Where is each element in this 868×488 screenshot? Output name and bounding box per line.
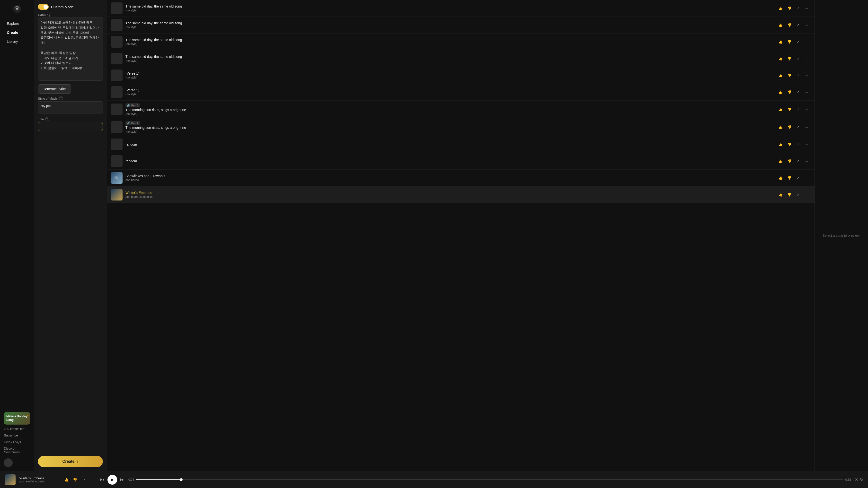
player-info: Winter's Embrace pop heartfelt acoustic [20, 476, 58, 483]
song-dislike-button[interactable]: 👎 [785, 140, 793, 148]
title-help-icon[interactable]: ? [45, 117, 49, 121]
sidebar-item-create[interactable]: Create [4, 28, 30, 36]
song-more-button[interactable]: ··· [803, 55, 811, 62]
app-logo[interactable] [12, 4, 22, 13]
song-item[interactable]: The same old day, the same old song(no s… [107, 17, 814, 34]
song-info: 🔗 Part 2The morning sun rises, sings a b… [125, 103, 774, 116]
song-item[interactable]: Winter's Embracepop heartfelt acoustic👍👎… [107, 186, 814, 203]
song-dislike-button[interactable]: 👎 [785, 123, 793, 131]
help-link[interactable]: Help / FAQs [4, 440, 30, 444]
sidebar-nav: Explore Create Library [0, 20, 34, 45]
song-info: Snowflakes and Fireworkspop ballad [125, 174, 774, 182]
song-more-button[interactable]: ··· [803, 4, 811, 12]
song-title: Winter's Embrace [125, 191, 774, 195]
create-button[interactable]: Create ♪ [38, 456, 103, 467]
sidebar-item-explore[interactable]: Explore [4, 20, 30, 28]
song-style: (no style) [125, 42, 774, 46]
song-like-button[interactable]: 👍 [777, 105, 784, 113]
song-more-button[interactable]: ··· [803, 71, 811, 79]
style-input[interactable]: city pop [38, 101, 103, 113]
song-share-button[interactable]: ↗ [794, 21, 802, 29]
discord-link[interactable]: Discord Community [4, 446, 30, 454]
lyrics-help-icon[interactable]: ? [48, 13, 51, 17]
song-dislike-button[interactable]: 👎 [785, 157, 793, 165]
song-like-button[interactable]: 👍 [777, 123, 784, 131]
sidebar-item-library[interactable]: Library [4, 37, 30, 45]
holiday-banner[interactable]: Make a Holiday Song [4, 412, 30, 425]
player-share-button[interactable]: ↗ [80, 476, 88, 484]
song-share-button[interactable]: ↗ [794, 88, 802, 96]
style-input-wrap: city pop [38, 101, 103, 114]
song-share-button[interactable]: ↗ [794, 123, 802, 131]
song-dislike-button[interactable]: 👎 [785, 38, 793, 46]
song-more-button[interactable]: ··· [803, 174, 811, 182]
song-item[interactable]: 🔗 Part 2The morning sun rises, sings a b… [107, 118, 814, 136]
song-more-button[interactable]: ··· [803, 157, 811, 165]
custom-mode-row: Custom Mode [38, 4, 103, 10]
player-dislike-button[interactable]: 👎 [71, 476, 79, 484]
loop-button[interactable]: ↻ [860, 477, 863, 482]
title-input[interactable]: New day morning [38, 122, 103, 131]
song-share-button[interactable]: ↗ [794, 140, 802, 148]
song-more-button[interactable]: ··· [803, 88, 811, 96]
player-more-button[interactable]: ··· [89, 476, 96, 484]
progress-track[interactable] [136, 479, 843, 480]
song-share-button[interactable]: ↗ [794, 4, 802, 12]
song-more-button[interactable]: ··· [803, 105, 811, 113]
song-item[interactable]: Snowflakes and Fireworkspop ballad👍👎↗··· [107, 170, 814, 186]
song-dislike-button[interactable]: 👎 [785, 174, 793, 182]
song-dislike-button[interactable]: 👎 [785, 71, 793, 79]
preview-panel: Select a song to preview. [814, 0, 868, 471]
generate-lyrics-button[interactable]: Generate Lyrics [38, 84, 71, 94]
song-like-button[interactable]: 👍 [777, 38, 784, 46]
song-more-button[interactable]: ··· [803, 191, 811, 199]
player-like-button[interactable]: 👍 [62, 476, 70, 484]
song-more-button[interactable]: ··· [803, 38, 811, 46]
song-more-button[interactable]: ··· [803, 123, 811, 131]
player-extras: ✕ ↻ [855, 477, 863, 482]
song-item[interactable]: (Verse 1)(no style)👍👎↗··· [107, 84, 814, 101]
song-item[interactable]: The same old day, the same old song(no s… [107, 34, 814, 50]
song-share-button[interactable]: ↗ [794, 157, 802, 165]
song-dislike-button[interactable]: 👎 [785, 88, 793, 96]
subscribe-button[interactable]: Subscribe [4, 433, 30, 438]
song-like-button[interactable]: 👍 [777, 4, 784, 12]
song-item[interactable]: (Verse 1)(no style)👍👎↗··· [107, 67, 814, 84]
song-more-button[interactable]: ··· [803, 140, 811, 148]
song-item[interactable]: 🔗 Part 2The morning sun rises, sings a b… [107, 101, 814, 118]
song-dislike-button[interactable]: 👎 [785, 191, 793, 199]
prev-button[interactable]: ⏮ [100, 477, 104, 482]
song-share-button[interactable]: ↗ [794, 55, 802, 62]
lyrics-input[interactable]: 아침 해가 뜨고 노래하네 찬란한 하루 알람 소리에 난 투덜대며 침대에서 … [38, 18, 103, 81]
next-button[interactable]: ⏭ [120, 477, 124, 482]
song-like-button[interactable]: 👍 [777, 140, 784, 148]
song-share-button[interactable]: ↗ [794, 38, 802, 46]
song-item[interactable]: The same old day, the same old song(no s… [107, 0, 814, 17]
song-like-button[interactable]: 👍 [777, 21, 784, 29]
song-dislike-button[interactable]: 👎 [785, 55, 793, 62]
song-share-button[interactable]: ↗ [794, 174, 802, 182]
song-item[interactable]: random👍👎↗··· [107, 136, 814, 153]
song-info: The same old day, the same old song(no s… [125, 38, 774, 46]
song-more-button[interactable]: ··· [803, 21, 811, 29]
song-share-button[interactable]: ↗ [794, 191, 802, 199]
custom-mode-toggle[interactable] [38, 4, 49, 10]
song-item[interactable]: The same old day, the same old song(no s… [107, 50, 814, 67]
song-share-button[interactable]: ↗ [794, 105, 802, 113]
song-dislike-button[interactable]: 👎 [785, 21, 793, 29]
user-avatar[interactable] [4, 458, 13, 467]
song-like-button[interactable]: 👍 [777, 71, 784, 79]
song-item[interactable]: random👍👎↗··· [107, 153, 814, 170]
song-like-button[interactable]: 👍 [777, 55, 784, 62]
song-like-button[interactable]: 👍 [777, 88, 784, 96]
song-dislike-button[interactable]: 👎 [785, 105, 793, 113]
song-like-button[interactable]: 👍 [777, 174, 784, 182]
song-like-button[interactable]: 👍 [777, 191, 784, 199]
song-dislike-button[interactable]: 👎 [785, 4, 793, 12]
play-pause-button[interactable]: ▶ [107, 475, 117, 485]
style-help-icon[interactable]: ? [59, 96, 63, 100]
song-share-button[interactable]: ↗ [794, 71, 802, 79]
song-like-button[interactable]: 👍 [777, 157, 784, 165]
close-player-button[interactable]: ✕ [855, 477, 858, 482]
song-title: (Verse 1) [125, 71, 774, 75]
